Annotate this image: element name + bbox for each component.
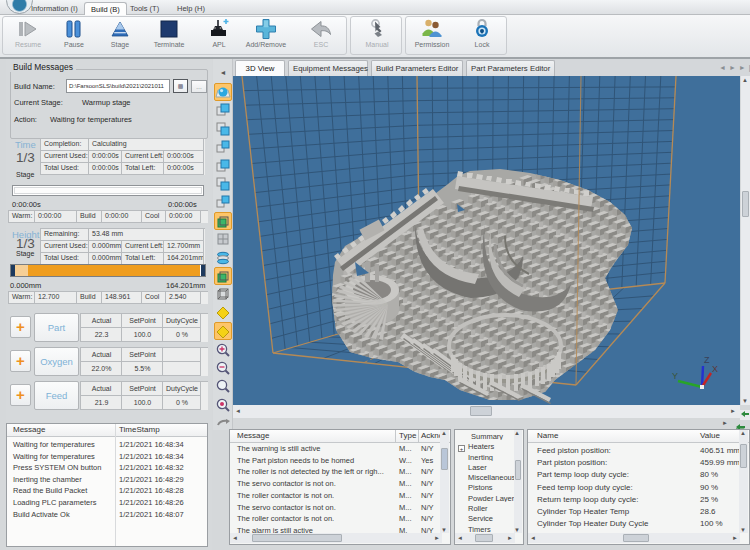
svg-text:Z: Z xyxy=(704,355,710,365)
svg-text:X: X xyxy=(712,364,718,374)
svg-text:Y: Y xyxy=(672,371,678,381)
